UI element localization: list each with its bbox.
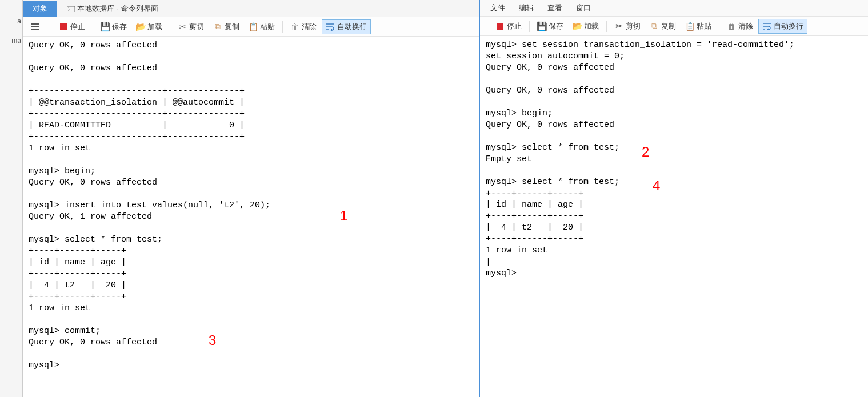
- stop-button[interactable]: 停止: [491, 19, 526, 34]
- menu-window[interactable]: 窗口: [576, 3, 591, 13]
- separator: [719, 21, 719, 32]
- menu-button[interactable]: [27, 21, 42, 33]
- tab-local-db-cli[interactable]: 本地数据库 - 命令列界面: [57, 1, 168, 17]
- trash-icon: 🗑: [727, 22, 736, 31]
- button-label: 自动换行: [774, 21, 803, 31]
- scissors-icon: ✂: [614, 22, 623, 31]
- right-panel: 文件 编辑 查看 窗口 停止 💾 保存 📂 加载 ✂ 剪切 ⧉ 复制 📋: [480, 0, 868, 397]
- console-output[interactable]: Query OK, 0 rows affected Query OK, 0 ro…: [23, 37, 479, 397]
- toolbar: 停止 💾 保存 📂 加载 ✂ 剪切 ⧉ 复制 📋 粘贴 🗑 清除: [23, 17, 479, 37]
- load-button[interactable]: 📂 加载: [132, 19, 166, 34]
- button-label: 加载: [584, 21, 599, 31]
- copy-button[interactable]: ⧉ 复制: [646, 19, 680, 34]
- button-label: 剪切: [189, 22, 204, 32]
- separator: [93, 21, 93, 33]
- button-label: 清除: [738, 21, 753, 31]
- save-button[interactable]: 💾 保存: [97, 19, 131, 34]
- button-label: 剪切: [626, 21, 641, 31]
- copy-icon: ⧉: [650, 22, 659, 31]
- save-button[interactable]: 💾 保存: [533, 19, 567, 34]
- separator: [170, 21, 170, 33]
- folder-icon: 📂: [136, 22, 145, 31]
- scissors-icon: ✂: [178, 22, 187, 31]
- button-label: 保存: [549, 21, 563, 31]
- folder-icon: 📂: [573, 22, 582, 31]
- left-sidebar: a ma: [0, 0, 23, 397]
- wrap-button[interactable]: 自动换行: [758, 19, 807, 34]
- paste-icon: 📋: [249, 22, 258, 31]
- clear-button[interactable]: 🗑 清除: [723, 19, 757, 34]
- wrap-icon: [762, 22, 771, 31]
- paste-icon: 📋: [685, 22, 694, 31]
- wrap-button[interactable]: 自动换行: [322, 19, 371, 34]
- load-button[interactable]: 📂 加载: [569, 19, 603, 34]
- menu-file[interactable]: 文件: [490, 3, 505, 13]
- separator: [529, 21, 530, 32]
- wrap-icon: [326, 22, 335, 31]
- sidebar-item[interactable]: a: [0, 11, 22, 31]
- button-label: 复制: [661, 21, 676, 31]
- sidebar-item[interactable]: ma: [0, 31, 22, 50]
- save-icon: 💾: [101, 22, 110, 31]
- trash-icon: 🗑: [290, 22, 299, 31]
- tab-bar: 对象 本地数据库 - 命令列界面: [23, 0, 479, 17]
- cut-button[interactable]: ✂ 剪切: [610, 19, 645, 34]
- tab-object[interactable]: 对象: [23, 1, 57, 17]
- svg-rect-0: [67, 6, 75, 13]
- terminal-icon: [67, 5, 75, 12]
- button-label: 清除: [302, 22, 317, 32]
- left-panel: 对象 本地数据库 - 命令列界面 停止 💾 保存 📂 加载 ✂ 剪切: [23, 0, 480, 397]
- paste-button[interactable]: 📋 粘贴: [681, 19, 715, 34]
- copy-button[interactable]: ⧉ 复制: [209, 19, 243, 34]
- button-label: 自动换行: [337, 22, 367, 32]
- button-label: 停止: [70, 22, 85, 32]
- cut-button[interactable]: ✂ 剪切: [174, 19, 208, 34]
- tab-label: 对象: [33, 3, 47, 14]
- tab-label: 本地数据库 - 命令列界面: [77, 3, 158, 14]
- button-label: 加载: [147, 22, 162, 32]
- separator: [606, 21, 607, 32]
- separator: [282, 21, 283, 33]
- menu-view[interactable]: 查看: [547, 3, 562, 13]
- toolbar: 停止 💾 保存 📂 加载 ✂ 剪切 ⧉ 复制 📋 粘贴 🗑 清除: [480, 17, 868, 36]
- button-label: 粘贴: [697, 21, 711, 31]
- save-icon: 💾: [537, 22, 546, 31]
- console-output[interactable]: mysql> set session transaction_isolation…: [480, 36, 868, 397]
- button-label: 复制: [225, 22, 239, 32]
- copy-icon: ⧉: [213, 22, 222, 31]
- stop-icon: [495, 22, 505, 31]
- button-label: 停止: [507, 21, 522, 31]
- menubar: 文件 编辑 查看 窗口: [480, 0, 868, 17]
- paste-button[interactable]: 📋 粘贴: [245, 19, 279, 34]
- stop-button[interactable]: 停止: [55, 19, 89, 34]
- stop-icon: [59, 22, 68, 31]
- clear-button[interactable]: 🗑 清除: [286, 19, 321, 34]
- button-label: 保存: [112, 22, 127, 32]
- menu-edit[interactable]: 编辑: [519, 3, 534, 13]
- button-label: 粘贴: [260, 22, 275, 32]
